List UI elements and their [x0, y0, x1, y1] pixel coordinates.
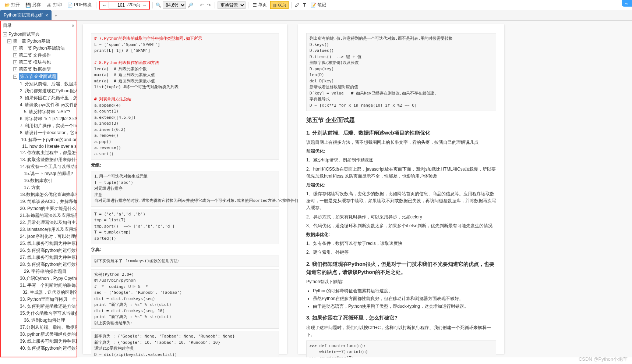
separator	[291, 2, 292, 8]
tree-item[interactable]: 19. 简单谈谈ACID，并解释每一	[1, 198, 77, 205]
list-item: Python的可解释特征会拖累其运行速度。	[313, 288, 496, 295]
separator	[215, 2, 215, 8]
corner-badge[interactable]: ∞	[622, 0, 632, 7]
main-toolbar: 📂打开 💾另存 🖨打印 📄PDF转换 ← /205页 → 🔍 84.6% 🔎 ↶…	[0, 0, 632, 10]
tree-item[interactable]: 36. 遇到bug如何处理	[1, 317, 77, 324]
tree-section-selected[interactable]: −第五节 企业面试题	[1, 73, 77, 81]
close-icon[interactable]: ×	[72, 23, 74, 28]
tree-item[interactable]: 1. 分别从前端、后端、数据库	[1, 81, 77, 88]
separator	[196, 2, 196, 8]
tree-item[interactable]: 16.数据库索引	[1, 177, 77, 184]
tree-section[interactable]: +第三节 模块与包	[1, 59, 77, 66]
page-nav: ← /205页 →	[99, 1, 150, 10]
tree-item[interactable]: 2. 我们都知道现在Python很火	[1, 88, 77, 94]
tree-chapter[interactable]: −第一章 Python基础	[1, 38, 77, 45]
note-button[interactable]: 📝笔记	[309, 1, 328, 9]
save-icon: 💾	[25, 2, 31, 8]
tree-item[interactable]: 12. 你在爬虫过程中，都是怎么	[1, 149, 77, 156]
tree-item[interactable]: 18.数据库怎么优化查询效率?	[1, 191, 77, 198]
tree-item[interactable]: 40. 如何提高python的运行效率	[1, 345, 77, 352]
tree-item[interactable]: 37.分别从前端、后端、数据库	[1, 324, 77, 331]
zoom-in-icon[interactable]: 🔎	[187, 2, 193, 8]
tree-item[interactable]: 38. python新式类和经典类的区	[1, 331, 77, 338]
page-right: 列出所有的键,值.注意得到的是一个可迭代对象,而不是列表.用的时候需要转换 D.…	[298, 24, 504, 354]
tree-item[interactable]: 17. 方案	[1, 184, 77, 191]
tree-item[interactable]: 7. 利用切片操作，实现一个trim	[1, 122, 77, 129]
tree-item[interactable]: 27. 线上服务可能因为种种原因	[1, 254, 77, 261]
tree-section[interactable]: +第二节 文件操作	[1, 52, 77, 59]
tree-item[interactable]: 14.有没有一个工具可以帮助查	[1, 163, 77, 170]
code-block: >>> def counterfunc(n): while(n==7):prin…	[306, 340, 496, 357]
tree-item[interactable]: 8. 请设计一个decorator，它可	[1, 129, 77, 136]
paragraph: 1、如有条件，数据可以存放于redis，读取速度快	[306, 240, 496, 247]
tree-root[interactable]: −Python面试宝典	[1, 31, 77, 38]
tree-item[interactable]: 13. 爬取这些数据都用来做什么	[1, 156, 77, 163]
page-viewport[interactable]: # 7.Python的列表的截取与字符串操作类型相同,如下所示 L = ['sp…	[77, 21, 632, 357]
add-tab-button[interactable]: +	[52, 11, 60, 20]
highlight-icon[interactable]: 🖊	[294, 2, 300, 8]
code-block: 1.用一个可迭代对象生成元组 T = tuple('abc') 对元组进行排序 …	[91, 171, 279, 207]
pdf-convert-button[interactable]: 📄PDF转换	[65, 1, 93, 9]
zoom-select[interactable]: 84.6%	[163, 1, 186, 9]
open-button[interactable]: 📂打开	[2, 1, 22, 9]
tree-item[interactable]: 22. 异常处理写法以及如何主动	[1, 219, 77, 226]
rotate-right-icon[interactable]: ↷	[206, 2, 212, 8]
paragraph: Python有以下缺陷:	[306, 278, 496, 285]
tree-item[interactable]: 26. 如何提高python的运行效率	[1, 247, 77, 254]
tree-item[interactable]: 29. 字符串的操作题目	[1, 268, 77, 275]
tree-section[interactable]: +第一节 Python基础语法	[1, 45, 77, 52]
prev-page-icon[interactable]: ←	[102, 2, 107, 8]
paragraph: 2、异步方式，如果有耗时操作，可以采用异步，比如celery	[306, 214, 496, 221]
sub-heading: 后端优化:	[306, 182, 496, 189]
save-as-button[interactable]: 💾另存	[23, 1, 43, 9]
page-input[interactable]	[109, 2, 126, 8]
tab-label: Python面试宝典.pdf	[4, 12, 42, 18]
heading: 字典:	[91, 246, 279, 253]
tree-item[interactable]: 4. 请谈谈.pyc文件和.py文件的	[1, 101, 77, 108]
double-page-button[interactable]: ▥双页	[270, 1, 289, 9]
tab-document[interactable]: Python面试宝典.pdf ×	[0, 10, 52, 20]
tree-item[interactable]: 32. 生成器，迭代器的区别?	[1, 289, 77, 296]
zoom-out-icon[interactable]: 🔍	[155, 2, 161, 8]
tree-item[interactable]: 21.装饰器的写法以及应用场景	[1, 212, 77, 219]
outline-tree: −Python面试宝典 −第一章 Python基础 +第一节 Python基础语…	[1, 30, 77, 357]
print-button[interactable]: 🖨打印	[44, 1, 64, 9]
list-item: 虽然Python在很多方面都性能良好，但在移动计算和浏览器方面表现不够好。	[313, 295, 496, 302]
code-block: 新字典为 : {'Google': None, 'Taobao': None, …	[91, 331, 279, 357]
rotate-left-icon[interactable]: ↶	[199, 2, 205, 8]
bg-select[interactable]: 更换背景	[218, 1, 246, 9]
tree-item[interactable]: 24. json序列化时，可以处理的	[1, 233, 77, 240]
sub-heading: 数据库优化:	[306, 231, 496, 238]
heading: 元组:	[91, 162, 279, 169]
tree-item[interactable]: 20. Python的主要功能是什么?	[1, 205, 77, 212]
tree-item[interactable]: 23. isinstance作用以及应用场	[1, 226, 77, 233]
paragraph: 3、代码优化，避免循环和判断次数太多，如果多个if else判断，优先判断最有可…	[306, 222, 496, 229]
tree-item[interactable]: 39. 线上服务可能因为种种原因	[1, 338, 77, 345]
code-block: 以下实例展示了 fromkeys()函数的使用方法:	[91, 256, 279, 267]
pdf-icon: 📄	[67, 2, 73, 8]
tree-item[interactable]: 25. 线上服务可能因为种种原因	[1, 240, 77, 247]
tree-item[interactable]: 31. 手写一个判断时间的装饰器	[1, 282, 77, 289]
tree-item[interactable]: 10. 解释一下python的and-or	[1, 136, 77, 143]
sub-heading: 前端优化:	[306, 148, 496, 155]
single-page-button[interactable]: ☰单页	[251, 1, 269, 9]
close-tab-icon[interactable]: ×	[45, 13, 48, 18]
tree-item[interactable]: 33. Python里面如何拷贝一个对	[1, 296, 77, 303]
watermark: CSDN @Python小炮车	[579, 356, 628, 357]
tree-item[interactable]: 30.介绍Cython，Pypy Cpython	[1, 275, 77, 282]
next-page-icon[interactable]: →	[141, 2, 147, 8]
tree-section[interactable]: +第四节 数据类型	[1, 66, 77, 73]
tree-item[interactable]: 35.为什么函数名字可以当做参	[1, 310, 77, 317]
tree-item[interactable]: 28. 如何提高python的运行效率	[1, 261, 77, 268]
question-heading: 3. 如果你困在了死循环里，怎么打破它?	[306, 314, 496, 322]
print-icon: 🖨	[46, 2, 52, 8]
tree-item[interactable]: 6. 将字符串 "k:1 |k1:2|k2:3|k3	[1, 115, 77, 122]
tree-item[interactable]: 3. 如果你困在了死循环里，怎么	[1, 94, 77, 101]
tree-item[interactable]: 5. 请反转字符串 "aStr"?	[1, 108, 77, 115]
text-tool-icon[interactable]: T	[301, 2, 307, 8]
folder-icon: 📂	[4, 2, 10, 8]
code-block: # 7.Python的列表的截取与字符串操作类型相同,如下所示 L = ['sp…	[91, 33, 279, 160]
tree-item[interactable]: 15.说一下 mysql 的原理?	[1, 170, 77, 177]
tree-item[interactable]: 34. 如何判断是函数还是方法?	[1, 303, 77, 310]
tree-item[interactable]: 11. how do I iterate over a s	[1, 143, 77, 149]
